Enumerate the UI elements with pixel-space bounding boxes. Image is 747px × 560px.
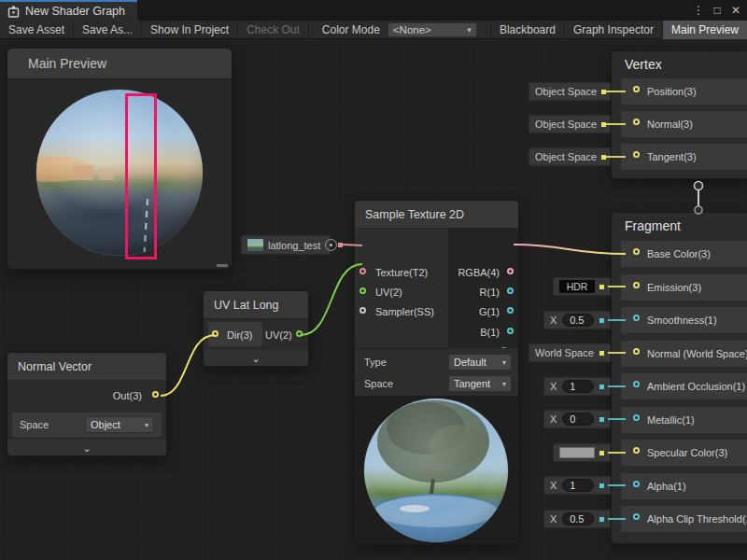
fragment-row-metallic[interactable]: Metallic(1) [621,407,747,433]
normal-input-port[interactable] [633,119,640,125]
main-preview-title[interactable]: Main Preview [7,49,232,79]
sample-texture-preview [355,397,518,544]
main-preview-toggle-button[interactable]: Main Preview [662,21,747,39]
position-space-chip[interactable]: Object Space [529,82,611,101]
alpha-clip-value-field[interactable]: 0.5 [562,512,594,525]
tangent-space-chip-label: Object Space [535,151,597,162]
texture-t2-input-port[interactable] [359,268,366,274]
alpha-clip-value-chip[interactable]: X 0.5 [543,510,611,528]
texture-preview-sphere [355,397,518,544]
uv-lat-long-node[interactable]: UV Lat Long Dir(3) UV(2) ⌄ [204,291,308,366]
fragment-row-alpha[interactable]: Alpha(1) [621,473,747,499]
alpha-input-port[interactable] [633,481,640,487]
fragment-row-ambient-occlusion[interactable]: Ambient Occlusion(1) [621,373,747,399]
show-in-project-button[interactable]: Show In Project [142,21,238,39]
smoothness-value-field[interactable]: 0.5 [562,314,594,327]
b-output-port[interactable] [507,328,514,334]
save-as-button[interactable]: Save As... [74,21,142,39]
normal-vector-node[interactable]: Normal Vector Out(3) Space Object ▾ ⌄ [7,353,166,455]
alpha-clip-input-port[interactable] [633,513,640,520]
metallic-value-field[interactable]: 0 [562,413,594,426]
metallic-label: Metallic(1) [647,414,695,426]
graph-inspector-toggle-button[interactable]: Graph Inspector [564,21,662,39]
x-label: X [550,513,557,525]
normal-ws-label: Normal (World Space)(3) [647,348,747,359]
x-label: X [550,381,557,392]
base-color-input-port[interactable] [633,248,640,255]
close-icon[interactable]: ✕ [726,4,745,17]
smoothness-input-port[interactable] [633,315,640,321]
g-output-port[interactable] [507,307,514,314]
vertex-row-normal[interactable]: Normal(3) [621,111,747,137]
normal-vector-space-dropdown[interactable]: Object ▾ [85,416,154,433]
fragment-row-smoothness[interactable]: Smoothness(1) [621,307,747,333]
ambient-occlusion-input-port[interactable] [633,381,640,387]
type-dropdown[interactable]: Default ▾ [448,354,512,371]
window-controls: ⋮ □ ✕ [689,0,745,21]
fragment-row-emission[interactable]: Emission(3) [621,274,747,301]
fragment-row-base-color[interactable]: Base Color(3) [621,241,747,267]
maximize-icon[interactable]: □ [708,4,726,17]
tangent-space-chip[interactable]: Object Space [529,147,611,166]
ambient-occlusion-value-chip[interactable]: X 1 [543,377,611,396]
emission-input-port[interactable] [633,282,640,288]
out-output-port[interactable] [152,391,159,398]
blackboard-toggle-button[interactable]: Blackboard [490,21,564,39]
vertex-node[interactable]: Vertex Position(3) Normal(3) Tangent(3) [612,51,747,178]
hdr-color-field[interactable]: HDR [559,280,595,293]
space-dropdown[interactable]: Tangent ▾ [448,375,512,392]
normal-ws-input-port[interactable] [633,348,640,355]
normal-vector-collapse-bar[interactable]: ⌄ [7,440,166,455]
vertex-row-position[interactable]: Position(3) [621,78,747,105]
tangent-chip-port [601,155,606,160]
metallic-input-port[interactable] [633,414,640,421]
r-output-port[interactable] [507,287,514,294]
fragment-node[interactable]: Fragment Base Color(3) Emission(3) Smoot… [612,213,747,543]
fragment-node-title: Fragment [612,213,747,239]
dir-input-label: Dir(3) [227,329,253,341]
sampler-input-port[interactable] [359,307,366,314]
texture-chip-port [338,243,343,247]
alpha-value-chip[interactable]: X 1 [543,476,611,495]
save-asset-button[interactable]: Save Asset [0,21,74,39]
color-mode-dropdown[interactable]: <None> ▾ [388,22,477,37]
chevron-down-icon: ⌄ [251,354,260,363]
metallic-value-chip[interactable]: X 0 [543,410,611,428]
specular-color-input-port[interactable] [633,447,640,454]
fragment-row-alpha-clip[interactable]: Alpha Clip Threshold(1) [621,506,747,532]
uv-input-label: UV(2) [375,287,402,298]
shader-graph-icon [7,6,20,18]
fragment-row-specular-color[interactable]: Specular Color(3) [621,440,747,466]
ambient-occlusion-value-field[interactable]: 1 [562,380,594,393]
normal-ws-space-chip[interactable]: World Space [529,343,611,362]
uv-output-port[interactable] [296,330,303,337]
uv-output-label: UV(2) [265,329,292,341]
resize-grip[interactable] [217,264,228,267]
specular-color-chip[interactable] [553,443,611,462]
main-preview-viewport[interactable] [7,79,232,269]
chevron-down-icon: ⌄ [82,443,91,453]
smoothness-value-chip[interactable]: X 0.5 [543,311,611,329]
tangent-input-port[interactable] [633,151,640,158]
fragment-row-normal-ws[interactable]: Normal (World Space)(3) [621,341,747,367]
sample-texture-2d-node[interactable]: Sample Texture 2D Texture(T2) UV(2) Samp… [355,201,518,544]
tab-new-shader-graph[interactable]: New Shader Graph [0,0,137,21]
latlong-test-texture-chip[interactable]: latlong_test [241,235,331,255]
emission-hdr-chip[interactable]: HDR [553,277,611,296]
menu-icon[interactable]: ⋮ [689,4,708,17]
alpha-value-field[interactable]: 1 [562,479,594,492]
rgba-output-port[interactable] [507,268,514,274]
sample-texture-ports-area: Texture(T2) UV(2) Sampler(SS) RGBA(4) R(… [355,229,518,348]
vertex-row-tangent[interactable]: Tangent(3) [621,144,747,170]
type-label: Type [364,357,387,368]
uv-input-port[interactable] [359,287,366,294]
dir-input-port[interactable] [212,330,218,337]
position-label: Position(3) [647,86,697,97]
alpha-clip-chip-port [599,517,604,522]
uv-lat-long-collapse-bar[interactable]: ⌄ [204,350,308,366]
specular-color-swatch[interactable] [559,447,595,458]
type-value: Default [454,357,486,368]
toolbar: Save Asset Save As... Show In Project Ch… [0,21,747,39]
position-input-port[interactable] [633,86,640,92]
normal-space-chip[interactable]: Object Space [529,115,611,133]
